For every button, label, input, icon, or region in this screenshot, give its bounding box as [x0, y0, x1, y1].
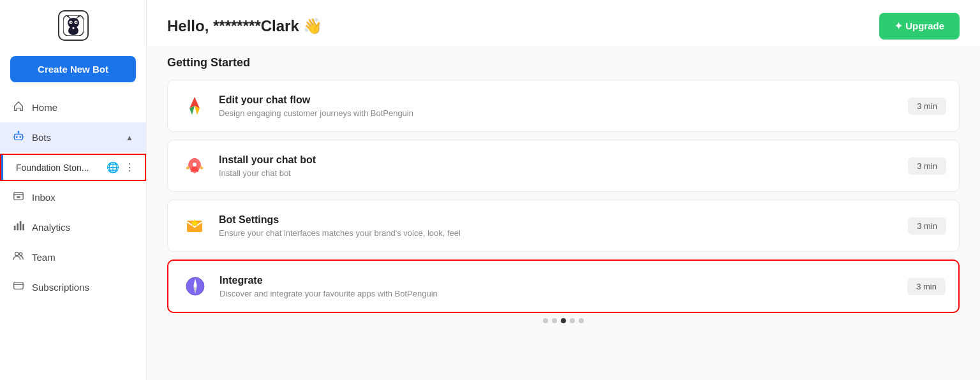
svg-rect-22: [20, 221, 22, 230]
install-chat-bot-time: 3 min: [908, 157, 946, 175]
card-integrate[interactable]: Integrate Discover and integrate your fa…: [167, 259, 960, 313]
dots-indicator: [167, 313, 960, 326]
sidebar-item-inbox-label: Inbox: [32, 192, 56, 203]
svg-point-15: [18, 131, 20, 133]
bots-expand-icon: ▲: [126, 133, 133, 142]
svg-point-31: [193, 163, 197, 166]
bot-more-icon[interactable]: ⋮: [124, 161, 135, 173]
analytics-icon: [13, 220, 24, 235]
edit-chat-flow-desc: Design engaging customer journeys with B…: [219, 108, 898, 118]
bot-item-name: Foundation Ston...: [16, 163, 101, 173]
edit-chat-flow-text: Edit your chat flow Design engaging cust…: [219, 94, 898, 118]
svg-point-38: [194, 285, 197, 288]
svg-rect-26: [14, 282, 23, 289]
bot-list-item[interactable]: Foundation Ston... 🌐 ⋮: [1, 155, 145, 180]
dot-3: [561, 318, 566, 323]
dot-1: [543, 318, 548, 323]
greeting-text: Hello, ********Clark 👋: [167, 17, 322, 35]
install-chat-bot-text: Install your chat bot Install your chat …: [219, 154, 898, 178]
svg-rect-18: [14, 193, 23, 200]
upgrade-button[interactable]: ✦ Upgrade: [879, 13, 960, 40]
sidebar-item-subscriptions[interactable]: Subscriptions: [0, 272, 146, 302]
sidebar-item-analytics[interactable]: Analytics: [0, 212, 146, 242]
sidebar-item-team[interactable]: Team: [0, 242, 146, 272]
svg-rect-19: [17, 196, 20, 198]
sidebar-item-bots[interactable]: Bots ▲: [0, 122, 146, 152]
svg-point-24: [15, 252, 19, 256]
bot-settings-title: Bot Settings: [219, 214, 898, 226]
bots-icon: [13, 130, 24, 145]
sidebar-item-home-label: Home: [32, 102, 57, 113]
edit-chat-flow-icon: [181, 92, 209, 120]
edit-chat-flow-time: 3 min: [908, 98, 946, 115]
card-bot-settings[interactable]: Bot Settings Ensure your chat interfaces…: [167, 200, 960, 252]
svg-point-12: [16, 136, 18, 138]
install-chat-bot-icon: [181, 152, 209, 180]
integrate-time: 3 min: [907, 278, 946, 295]
sidebar-item-subscriptions-label: Subscriptions: [32, 282, 89, 293]
bot-item-wrapper: Foundation Ston... 🌐 ⋮: [0, 154, 146, 181]
sidebar-item-team-label: Team: [32, 252, 56, 263]
svg-point-9: [75, 22, 77, 23]
dot-2: [552, 318, 557, 323]
getting-started-list: Edit your chat flow Design engaging cust…: [167, 80, 960, 313]
svg-rect-20: [14, 226, 16, 230]
bot-globe-icon[interactable]: 🌐: [107, 161, 119, 173]
svg-rect-23: [22, 224, 24, 230]
logo-area: [0, 10, 146, 51]
card-install-chat-bot[interactable]: Install your chat bot Install your chat …: [167, 140, 960, 192]
sidebar-item-home[interactable]: Home: [0, 92, 146, 122]
logo-svg: [63, 15, 84, 36]
section-title: Getting Started: [167, 56, 960, 69]
svg-marker-28: [189, 97, 200, 108]
integrate-desc: Discover and integrate your favourite ap…: [219, 289, 897, 298]
sidebar-item-bots-label: Bots: [32, 132, 51, 143]
subscriptions-icon: [13, 280, 24, 295]
team-icon: [13, 250, 24, 265]
svg-point-13: [19, 136, 21, 138]
svg-point-2: [67, 15, 69, 17]
install-chat-bot-title: Install your chat bot: [219, 154, 898, 166]
bot-settings-icon: [181, 212, 209, 240]
sidebar: Create New Bot Home Bots ▲ Foundation St…: [0, 0, 147, 380]
sidebar-item-analytics-label: Analytics: [32, 222, 70, 233]
dot-5: [579, 318, 584, 323]
create-new-bot-button[interactable]: Create New Bot: [10, 56, 136, 82]
svg-rect-11: [15, 134, 23, 140]
bot-settings-time: 3 min: [908, 217, 946, 235]
svg-point-25: [19, 252, 22, 256]
home-icon: [13, 100, 24, 115]
app-logo: [58, 10, 89, 41]
svg-point-4: [78, 15, 80, 17]
install-chat-bot-desc: Install your chat bot: [219, 168, 898, 178]
main-content: Hello, ********Clark 👋 ✦ Upgrade Getting…: [147, 0, 980, 380]
bot-settings-desc: Ensure your chat interfaces matches your…: [219, 228, 898, 238]
card-edit-chat-flow[interactable]: Edit your chat flow Design engaging cust…: [167, 80, 960, 132]
svg-point-8: [70, 22, 71, 23]
edit-chat-flow-title: Edit your chat flow: [219, 94, 898, 106]
page-header: Hello, ********Clark 👋 ✦ Upgrade: [147, 0, 980, 46]
integrate-title: Integrate: [219, 275, 897, 286]
sidebar-item-inbox[interactable]: Inbox: [0, 182, 146, 212]
inbox-icon: [13, 190, 24, 205]
integrate-text: Integrate Discover and integrate your fa…: [219, 275, 897, 298]
integrate-icon: [181, 272, 209, 300]
main-section: Getting Started Edit your chat flow Desi…: [147, 46, 980, 380]
dot-4: [570, 318, 575, 323]
bot-settings-text: Bot Settings Ensure your chat interfaces…: [219, 214, 898, 238]
svg-rect-21: [17, 223, 19, 230]
